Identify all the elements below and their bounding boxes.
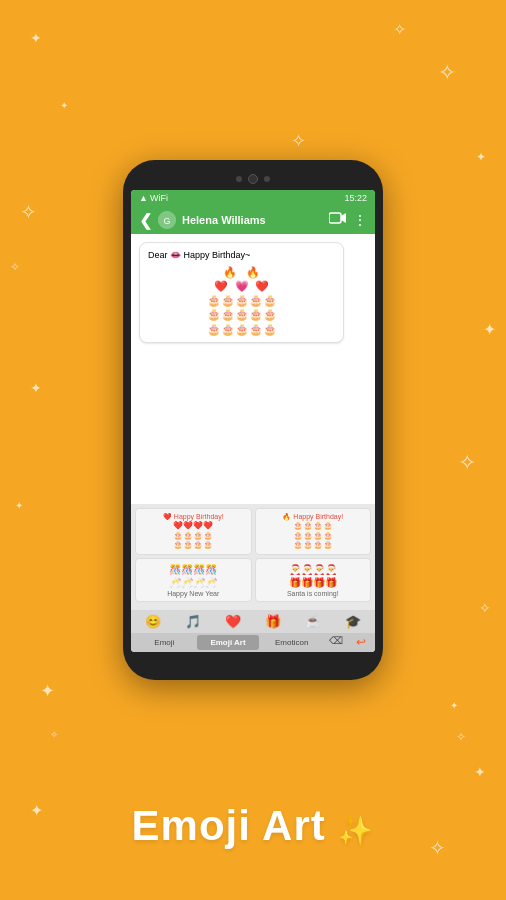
status-bar: ▲ WiFi 15:22	[131, 190, 375, 206]
svg-text:G: G	[163, 216, 170, 226]
phone-speaker-dot	[236, 176, 242, 182]
chat-area: Dear 👄 Happy Birthday~ 🔥 🔥 ❤️ 💗 ❤️ 🎂🎂🎂🎂🎂…	[131, 234, 375, 504]
emoji-art-item-new-year[interactable]: 🎊🎊🎊🎊 🥂🥂🥂🥂 Happy New Year	[135, 558, 252, 602]
tab-icon-coffee[interactable]: ☕	[305, 614, 321, 629]
sparkle-11: ✦	[40, 680, 55, 702]
sparkle-6: ✧	[20, 200, 37, 224]
back-button[interactable]: ❮	[139, 211, 152, 230]
emoji-art-item-birthday1[interactable]: ❤️ Happy Birthday! ❤️❤️❤️❤️ 🎂🎂🎂🎂 🎂🎂🎂🎂	[135, 508, 252, 555]
sparkle-17: ✦	[450, 700, 458, 711]
phone-frame: ▲ WiFi 15:22 ❮ G Helena Williams ⋮	[123, 160, 383, 680]
tab-icon-music[interactable]: 🎵	[185, 614, 201, 629]
sparkle-5: ✦	[476, 150, 486, 164]
sparkle-19: ✦	[474, 764, 486, 780]
signal-icon: ▲	[139, 193, 148, 203]
status-left-icons: ▲ WiFi	[139, 193, 168, 203]
sparkle-12: ✧	[456, 730, 466, 744]
phone-camera	[248, 174, 258, 184]
contact-avatar: G	[158, 211, 176, 229]
contact-name[interactable]: Helena Williams	[182, 214, 323, 226]
emoji-art-preview-4: 🎅🎅🎅🎅 🎁🎁🎁🎁	[260, 563, 367, 589]
sparkle-9: ✦	[15, 500, 23, 511]
tab-icon-grad[interactable]: 🎓	[345, 614, 361, 629]
tab-emoticon[interactable]: Emoticon	[260, 635, 323, 650]
emoji-art-label-3: Happy New Year	[140, 590, 247, 597]
tab-icon-heart[interactable]: ❤️	[225, 614, 241, 629]
delete-key[interactable]: ⌫	[324, 635, 348, 650]
sparkle-3: ✦	[60, 100, 68, 111]
sparkle-7: ✦	[30, 380, 42, 396]
keyboard-icon-row: 😊 🎵 ❤️ 🎁 ☕ 🎓	[131, 610, 375, 633]
svg-rect-2	[329, 213, 341, 223]
sparkle-4: ✧	[393, 20, 406, 39]
tab-icon-gift[interactable]: 🎁	[265, 614, 281, 629]
keyboard-bar: 😊 🎵 ❤️ 🎁 ☕ 🎓 Emoji Emoji Art Emoticon ⌫ …	[131, 610, 375, 652]
phone-screen: ▲ WiFi 15:22 ❮ G Helena Williams ⋮	[131, 190, 375, 652]
sparkle-20: ✧	[50, 729, 58, 740]
emoji-art-item-santa[interactable]: 🎅🎅🎅🎅 🎁🎁🎁🎁 Santa is coming!	[255, 558, 372, 602]
message-bubble: Dear 👄 Happy Birthday~ 🔥 🔥 ❤️ 💗 ❤️ 🎂🎂🎂🎂🎂…	[139, 242, 344, 343]
emoji-art-birthday: 🔥 🔥 ❤️ 💗 ❤️ 🎂🎂🎂🎂🎂 🎂🎂🎂🎂🎂 🎂🎂🎂🎂🎂	[148, 265, 335, 336]
app-header: ❮ G Helena Williams ⋮	[131, 206, 375, 234]
status-time: 15:22	[344, 193, 367, 203]
emoji-art-picker: ❤️ Happy Birthday! ❤️❤️❤️❤️ 🎂🎂🎂🎂 🎂🎂🎂🎂 🔥 …	[131, 504, 375, 610]
tab-emoji[interactable]: Emoji	[133, 635, 196, 650]
more-options-icon[interactable]: ⋮	[353, 212, 367, 228]
emoji-art-preview-1: ❤️ Happy Birthday! ❤️❤️❤️❤️ 🎂🎂🎂🎂 🎂🎂🎂🎂	[140, 513, 247, 550]
emoji-art-preview-2: 🔥 Happy Birthday! 🎂🎂🎂🎂 🎂🎂🎂🎂 🎂🎂🎂🎂	[260, 513, 367, 550]
keyboard-tab-row: Emoji Emoji Art Emoticon ⌫ ↩	[131, 633, 375, 652]
sparkle-2: ✧	[438, 60, 456, 86]
app-title-emoji: ✨	[338, 815, 374, 846]
sparkle-16: ✧	[10, 260, 20, 274]
phone-top	[131, 174, 375, 184]
message-text: Dear 👄 Happy Birthday~	[148, 249, 335, 262]
svg-marker-3	[341, 213, 346, 223]
tab-emoji-art[interactable]: Emoji Art	[197, 635, 260, 650]
tab-icon-emoji[interactable]: 😊	[145, 614, 161, 629]
sparkle-15: ✦	[483, 320, 496, 339]
emoji-art-grid: ❤️ Happy Birthday! ❤️❤️❤️❤️ 🎂🎂🎂🎂 🎂🎂🎂🎂 🔥 …	[135, 508, 371, 602]
wifi-icon: WiFi	[150, 193, 168, 203]
video-call-icon[interactable]	[329, 212, 347, 224]
emoji-art-preview-3: 🎊🎊🎊🎊 🥂🥂🥂🥂	[140, 563, 247, 589]
sparkle-10: ✧	[479, 600, 491, 616]
emoji-art-item-birthday2[interactable]: 🔥 Happy Birthday! 🎂🎂🎂🎂 🎂🎂🎂🎂 🎂🎂🎂🎂	[255, 508, 372, 555]
sparkle-8: ✧	[458, 450, 476, 476]
header-action-icons: ⋮	[329, 212, 367, 228]
sparkle-1: ✦	[30, 30, 42, 46]
phone-sensor-dot	[264, 176, 270, 182]
back-key[interactable]: ↩	[349, 635, 373, 650]
emoji-art-label-4: Santa is coming!	[260, 590, 367, 597]
app-title-text: Emoji Art	[132, 802, 326, 849]
sparkle-18: ✧	[291, 130, 306, 152]
app-title: Emoji Art ✨	[0, 802, 506, 850]
